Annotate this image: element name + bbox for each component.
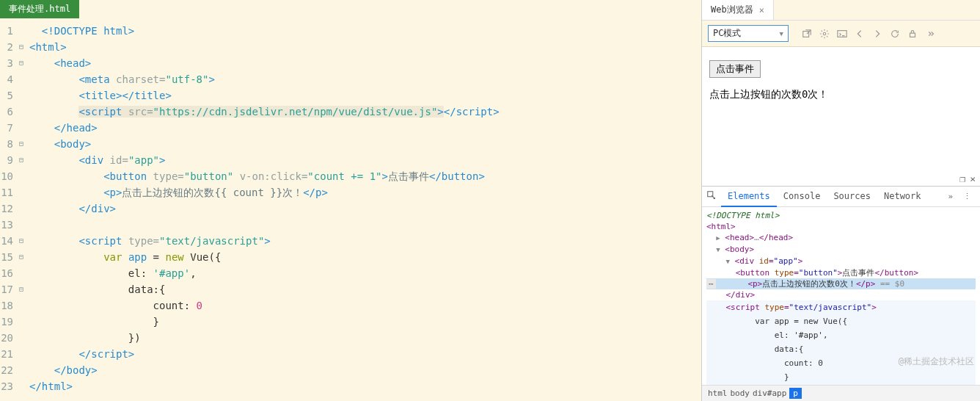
svg-rect-0: [803, 31, 809, 37]
code-line[interactable]: 23</html>: [0, 378, 701, 394]
fold-icon: [16, 346, 26, 362]
lock-icon[interactable]: [907, 29, 918, 39]
browser-tabs: Web浏览器 ×: [702, 0, 980, 21]
code-line[interactable]: 9⊟ <div id="app">: [0, 152, 701, 168]
browser-tab-web[interactable]: Web浏览器 ×: [702, 0, 774, 20]
fold-icon[interactable]: ⊟: [16, 55, 26, 71]
code-line[interactable]: 12 </div>: [0, 201, 701, 217]
devtools-header: ElementsConsoleSourcesNetwork » ⋮: [702, 187, 980, 207]
fold-icon[interactable]: ⊟: [16, 152, 26, 168]
dom-node[interactable]: <html>: [706, 221, 976, 232]
fold-icon[interactable]: ⊟: [16, 136, 26, 152]
code-line[interactable]: 14⊟ <script type="text/javascript">: [0, 233, 701, 249]
code-line[interactable]: 2⊟<html>: [0, 39, 701, 55]
fold-icon[interactable]: ⊟: [16, 39, 26, 55]
gear-icon[interactable]: [819, 29, 830, 39]
breadcrumb-p[interactable]: p: [789, 388, 802, 399]
inspect-icon[interactable]: [706, 190, 720, 203]
dom-node[interactable]: ▶ <head>…</head>: [706, 232, 976, 244]
dom-node[interactable]: var app = new Vue({: [706, 314, 976, 328]
preview-area: 点击事件 点击上边按钮的次数0次！: [702, 47, 980, 172]
devtools-breadcrumbs: htmlbodydiv#appp: [702, 385, 980, 401]
console-icon[interactable]: [837, 29, 847, 39]
devtools-close-icon[interactable]: ×: [970, 173, 976, 184]
code-line[interactable]: 6 <script src="https://cdn.jsdelivr.net/…: [0, 104, 701, 120]
devtools-tab-sources[interactable]: Sources: [827, 187, 877, 207]
click-event-button[interactable]: 点击事件: [709, 60, 761, 78]
fold-icon: [16, 217, 26, 233]
code-line[interactable]: 20 }): [0, 330, 701, 346]
line-number: 15: [0, 249, 16, 265]
forward-icon[interactable]: [872, 29, 882, 39]
code-line[interactable]: 22 </body>: [0, 362, 701, 378]
code-line[interactable]: 7 </head>: [0, 120, 701, 136]
devtools-more-tabs-icon[interactable]: »: [943, 192, 957, 201]
fold-icon: [16, 201, 26, 217]
dom-node[interactable]: </div>: [706, 289, 976, 300]
fold-icon[interactable]: ⊟: [16, 233, 26, 249]
line-number: 2: [0, 39, 16, 55]
dom-node[interactable]: data:{: [706, 342, 976, 356]
dom-node[interactable]: el: '#app',: [706, 328, 976, 342]
dom-node[interactable]: ▼ <div id="app">: [706, 256, 976, 267]
code-line[interactable]: 10 <button type="button" v-on:click="cou…: [0, 168, 701, 184]
back-icon[interactable]: [855, 29, 865, 39]
code-line[interactable]: 11 <p>点击上边按钮的次数{{ count }}次！</p>: [0, 184, 701, 201]
fold-icon[interactable]: ⊟: [16, 249, 26, 265]
click-count-text: 点击上边按钮的次数0次！: [709, 88, 973, 101]
svg-rect-3: [910, 33, 915, 37]
devtools-tab-console[interactable]: Console: [777, 187, 827, 207]
line-number: 11: [0, 184, 16, 201]
code-line[interactable]: 17⊟ data:{: [0, 281, 701, 297]
devtools-menu-icon[interactable]: ⋮: [959, 192, 976, 201]
fold-icon: [16, 378, 26, 394]
fold-icon: [16, 168, 26, 184]
mode-select[interactable]: PC模式 ▼: [708, 25, 789, 42]
breadcrumb-body[interactable]: body: [731, 389, 750, 398]
fold-icon: [16, 330, 26, 346]
devtools-tabs: ElementsConsoleSourcesNetwork: [721, 187, 942, 207]
code-line[interactable]: 1 <!DOCTYPE html>: [0, 23, 701, 39]
editor-tab-active[interactable]: 事件处理.html: [0, 0, 79, 18]
browser-toolbar: PC模式 ▼: [702, 21, 980, 47]
code-line[interactable]: 13: [0, 217, 701, 233]
refresh-icon[interactable]: [890, 29, 900, 39]
ide-root: 事件处理.html 1 <!DOCTYPE html>2⊟<html>3⊟ <h…: [0, 0, 980, 401]
devtools-tab-elements[interactable]: Elements: [721, 187, 777, 207]
code-line[interactable]: 5 <title></title>: [0, 87, 701, 104]
breadcrumb-div-app[interactable]: div#app: [753, 389, 786, 398]
dom-node[interactable]: ▼ <body>: [706, 244, 976, 256]
code-area[interactable]: 1 <!DOCTYPE html>2⊟<html>3⊟ <head>4 <met…: [0, 18, 701, 401]
dom-node[interactable]: }: [706, 370, 976, 384]
fold-icon: [16, 184, 26, 201]
editor-tabs: 事件处理.html: [0, 0, 701, 18]
dom-node[interactable]: <script type="text/javascript">: [706, 300, 976, 314]
code-line[interactable]: 15⊟ var app = new Vue({: [0, 249, 701, 265]
close-icon[interactable]: ×: [759, 5, 764, 15]
code-line[interactable]: 18 count: 0: [0, 297, 701, 314]
dom-node[interactable]: count: 0: [706, 356, 976, 370]
devtools-tab-network[interactable]: Network: [877, 187, 928, 207]
code-line[interactable]: 16 el: '#app',: [0, 265, 701, 281]
line-number: 9: [0, 152, 16, 168]
dom-node[interactable]: <button type="button">点击事件</button>: [706, 267, 976, 278]
code-line[interactable]: 19 }: [0, 314, 701, 330]
fold-icon: [16, 87, 26, 104]
dom-node[interactable]: ⋯ <p>点击上边按钮的次数0次！</p> == $0: [706, 278, 976, 289]
line-number: 12: [0, 201, 16, 217]
breadcrumb-html[interactable]: html: [708, 389, 728, 398]
fold-icon[interactable]: ⊟: [16, 281, 26, 297]
mode-select-label: PC模式: [713, 27, 741, 40]
dock-icon[interactable]: ❐: [959, 173, 965, 184]
devtools-elements-tree[interactable]: <!DOCTYPE html><html> ▶ <head>…</head> ▼…: [702, 207, 980, 385]
dom-node[interactable]: }): [706, 384, 976, 385]
external-icon[interactable]: [802, 29, 812, 39]
code-line[interactable]: 3⊟ <head>: [0, 55, 701, 71]
dom-node[interactable]: <!DOCTYPE html>: [706, 210, 976, 221]
code-line[interactable]: 8⊟ <body>: [0, 136, 701, 152]
more-icon[interactable]: [925, 29, 935, 39]
code-line[interactable]: 21 </script>: [0, 346, 701, 362]
code-line[interactable]: 4 <meta charset="utf-8">: [0, 71, 701, 87]
fold-icon: [16, 104, 26, 120]
line-number: 23: [0, 378, 16, 394]
